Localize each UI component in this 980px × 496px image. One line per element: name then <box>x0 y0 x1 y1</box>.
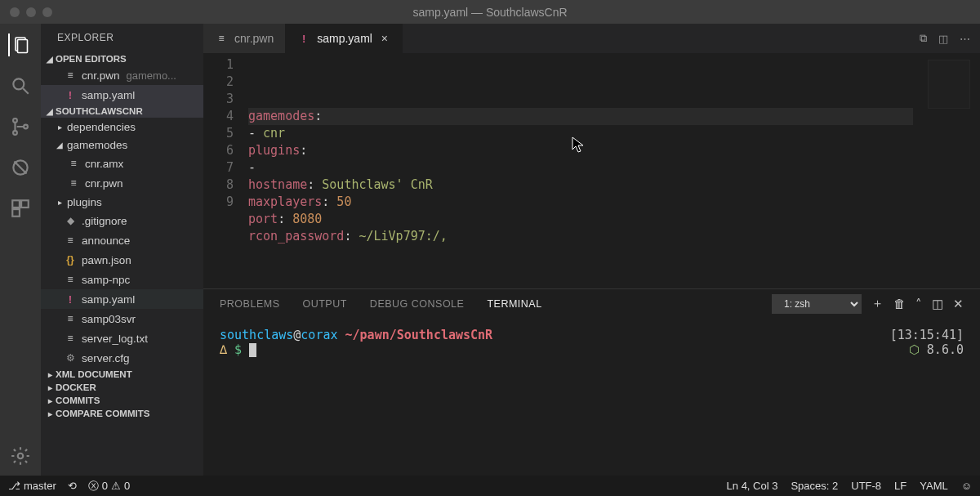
file-icon: ≡ <box>64 332 77 345</box>
cursor-position[interactable]: Ln 4, Col 3 <box>727 480 778 492</box>
file-name: pawn.json <box>82 254 131 266</box>
file-cnr-pwn[interactable]: ≡ cnr.pwn <box>41 173 203 193</box>
terminal[interactable]: southclaws@corax ~/pawn/SouthclawsCnR [1… <box>203 318 980 476</box>
file-name: samp-npc <box>82 274 130 286</box>
minimap[interactable] <box>928 60 970 109</box>
file-samp-npc[interactable]: ≡ samp-npc <box>41 270 203 289</box>
file-gitignore[interactable]: ◆ .gitignore <box>41 211 203 230</box>
kill-terminal-icon[interactable]: 🗑 <box>893 297 906 311</box>
indentation[interactable]: Spaces: 2 <box>791 480 838 492</box>
chevron-right-icon: ▸ <box>46 370 54 379</box>
terminal-selector[interactable]: 1: zsh <box>772 294 862 314</box>
settings-gear-icon[interactable] <box>9 445 32 467</box>
panel-tabs: PROBLEMS OUTPUT DEBUG CONSOLE TERMINAL 1… <box>203 289 980 318</box>
panel-chevron-up-icon[interactable]: ˄ <box>915 297 922 311</box>
encoding[interactable]: UTF-8 <box>851 480 881 492</box>
sync-button[interactable]: ⟲ <box>68 480 77 492</box>
debug-icon[interactable] <box>9 156 32 179</box>
file-icon: ≡ <box>67 157 80 170</box>
line-number: 9 <box>203 194 234 211</box>
panel-tab-debug-console[interactable]: DEBUG CONSOLE <box>370 298 465 310</box>
code-content[interactable]: gamemodes:- cnrplugins:- hostname: South… <box>248 53 980 288</box>
file-icon: ≡ <box>64 234 77 247</box>
open-editor-item[interactable]: ≡ cnr.pwn gamemo... <box>41 65 203 85</box>
commits-section[interactable]: ▸ COMMITS <box>41 394 203 407</box>
svg-line-8 <box>14 161 26 173</box>
folder-plugins[interactable]: ▸ plugins <box>41 193 203 211</box>
problems-indicator[interactable]: ⓧ0 ⚠0 <box>88 479 130 494</box>
file-icon: ≡ <box>64 69 77 82</box>
yaml-icon: ! <box>64 88 77 101</box>
folder-dependencies[interactable]: ▸ dependencies <box>41 118 203 136</box>
tab-label: samp.yaml <box>317 32 372 45</box>
traffic-lights <box>10 7 52 17</box>
sync-icon: ⟲ <box>68 480 77 492</box>
panel-tab-terminal[interactable]: TERMINAL <box>487 298 541 310</box>
close-tab-icon[interactable]: × <box>379 32 390 45</box>
file-name: announce <box>82 235 130 247</box>
svg-rect-10 <box>21 200 29 208</box>
open-editors-section[interactable]: ◢ OPEN EDITORS <box>41 52 203 65</box>
terminal-delta: ∆ <box>220 342 227 357</box>
search-icon[interactable] <box>9 74 32 97</box>
file-announce[interactable]: ≡ announce <box>41 230 203 250</box>
branch-indicator[interactable]: ⎇ master <box>8 480 56 492</box>
section-label: SOUTHCLAWSCNR <box>56 106 143 116</box>
file-server-log[interactable]: ≡ server_log.txt <box>41 328 203 348</box>
language-mode[interactable]: YAML <box>920 480 947 492</box>
panel-tab-problems[interactable]: PROBLEMS <box>220 298 279 310</box>
more-actions-icon[interactable]: ⋯ <box>960 33 970 45</box>
editor-tab-actions: ⧉ ◫ ⋯ <box>920 24 980 53</box>
file-samp-yaml[interactable]: ! samp.yaml <box>41 289 203 309</box>
file-cnr-amx[interactable]: ≡ cnr.amx <box>41 154 203 173</box>
editor-tabs: ≡ cnr.pwn ! samp.yaml × ⧉ ◫ ⋯ <box>203 24 980 53</box>
gear-icon: ⚙ <box>64 351 77 364</box>
code-line <box>248 245 980 262</box>
line-number: 3 <box>203 91 234 108</box>
file-server-cfg[interactable]: ⚙ server.cfg <box>41 348 203 368</box>
warning-count: 0 <box>124 480 130 492</box>
tab-samp-yaml[interactable]: ! samp.yaml × <box>286 24 403 53</box>
line-number: 5 <box>203 125 234 142</box>
xml-document-section[interactable]: ▸ XML DOCUMENT <box>41 368 203 381</box>
hexagon-icon: ⬡ <box>909 342 920 357</box>
folder-label: gamemodes <box>67 139 127 151</box>
explorer-sidebar: EXPLORER ◢ OPEN EDITORS ≡ cnr.pwn gamemo… <box>41 24 203 476</box>
chevron-right-icon: ▸ <box>46 383 54 392</box>
panel-layout-icon[interactable]: ◫ <box>932 297 943 311</box>
docker-section[interactable]: ▸ DOCKER <box>41 381 203 394</box>
split-editor-icon[interactable]: ◫ <box>938 33 948 45</box>
chevron-down-icon: ◢ <box>46 55 54 64</box>
tab-cnr-pwn[interactable]: ≡ cnr.pwn <box>203 24 286 53</box>
explorer-icon[interactable] <box>8 34 31 56</box>
code-line: maxplayers: 50 <box>248 194 980 211</box>
split-diff-icon[interactable]: ⧉ <box>920 32 927 45</box>
file-name: cnr.pwn <box>85 177 123 190</box>
new-terminal-icon[interactable]: ＋ <box>871 296 884 311</box>
open-editor-item[interactable]: ! samp.yaml <box>41 85 203 105</box>
line-number: 1 <box>203 56 234 74</box>
file-samp03svr[interactable]: ≡ samp03svr <box>41 309 203 328</box>
file-pawn-json[interactable]: {} pawn.json <box>41 250 203 270</box>
zoom-window-button[interactable] <box>42 7 52 17</box>
folder-label: plugins <box>67 196 102 208</box>
file-icon: ≡ <box>215 32 228 45</box>
panel-close-icon[interactable]: ✕ <box>953 297 964 311</box>
source-control-icon[interactable] <box>9 115 32 138</box>
minimize-window-button[interactable] <box>26 7 36 17</box>
code-line: rcon_password: ~/LiVp797:/, <box>248 228 980 245</box>
compare-commits-section[interactable]: ▸ COMPARE COMMITS <box>41 407 203 420</box>
node-version: 8.6.0 <box>927 342 964 357</box>
line-number: 6 <box>203 142 234 159</box>
eol[interactable]: LF <box>894 480 906 492</box>
project-section[interactable]: ◢ SOUTHCLAWSCNR <box>41 105 203 118</box>
chevron-right-icon: ▸ <box>56 123 64 132</box>
file-hint: gamemo... <box>127 69 176 82</box>
panel-tab-output[interactable]: OUTPUT <box>302 298 346 310</box>
close-window-button[interactable] <box>10 7 20 17</box>
folder-gamemodes[interactable]: ◢ gamemodes <box>41 136 203 154</box>
code-editor[interactable]: 1 2 3 4 5 6 7 8 9 gamemodes:- cnrplugins… <box>203 53 980 288</box>
editor-area: ≡ cnr.pwn ! samp.yaml × ⧉ ◫ ⋯ 1 2 3 4 5 … <box>203 24 980 476</box>
feedback-icon[interactable]: ☺ <box>961 480 972 492</box>
extensions-icon[interactable] <box>9 197 32 220</box>
